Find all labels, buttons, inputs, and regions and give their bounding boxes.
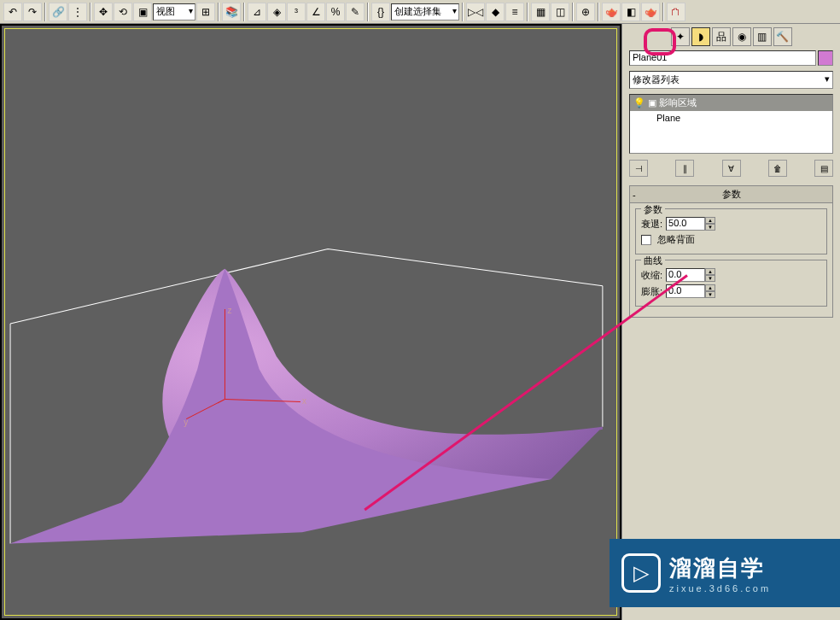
group-label: 参数 [641, 203, 665, 216]
utilities-tab-icon[interactable]: 🔨 [773, 27, 792, 46]
spinner-up-icon[interactable]: ▲ [705, 284, 715, 291]
stack-item-plane[interactable]: Plane [630, 111, 832, 125]
display-tab-icon[interactable]: ▥ [753, 27, 772, 46]
snap-toggle-icon[interactable]: ⊿ [248, 3, 266, 21]
modifier-stack[interactable]: 💡 ▣ 影响区域 Plane [629, 94, 833, 154]
rollout-header[interactable]: - 参数 [630, 186, 832, 203]
view-dropdown[interactable]: 视图 [153, 3, 195, 20]
svg-text:y: y [184, 418, 188, 427]
expand-icon: ▣ [648, 97, 656, 108]
viewport[interactable]: z y x [0, 24, 621, 620]
named-sel-icon[interactable]: {} [371, 3, 390, 21]
play-icon: ▷ [621, 553, 661, 593]
make-unique-icon[interactable]: ∀ [722, 160, 741, 177]
rotate-icon[interactable]: ⟲ [114, 3, 132, 21]
unlink-icon[interactable]: ⋮ [68, 3, 87, 21]
stack-controls: ⊣ ∥ ∀ 🗑 ▤ [629, 160, 833, 177]
spinner-up-icon[interactable]: ▲ [705, 268, 715, 275]
spinner-down-icon[interactable]: ▼ [705, 275, 715, 282]
svg-text:x: x [302, 396, 306, 406]
ignore-backface-checkbox[interactable] [641, 235, 651, 245]
quick-render-icon[interactable]: 🫖 [641, 3, 660, 21]
watermark: ▷ 溜溜自学 zixue.3d66.com [610, 539, 840, 607]
align-icon[interactable]: ◆ [486, 3, 505, 21]
reactor-icon[interactable]: ⛫ [667, 3, 685, 21]
lightbulb-icon: 💡 [633, 97, 645, 108]
stack-item-label: Plane [656, 113, 680, 123]
hierarchy-tab-icon[interactable]: 品 [712, 27, 731, 46]
render-frame-icon[interactable]: ◧ [621, 3, 640, 21]
bubble-input[interactable]: 0.0 [666, 284, 705, 298]
configure-icon[interactable]: ▤ [814, 160, 833, 177]
command-panel: ✦ ◗ 品 ◉ ▥ 🔨 Plane01 修改器列表 💡 ▣ 影响区域 Plane… [621, 24, 840, 620]
motion-tab-icon[interactable]: ◉ [732, 27, 751, 46]
pinch-input[interactable]: 0.0 [666, 268, 705, 282]
angle-snap-icon[interactable]: ◈ [267, 3, 286, 21]
main-toolbar: ↶ ↷ 🔗 ⋮ ✥ ⟲ ▣ 视图 ⊞ 📚 ⊿ ◈ ³ ∠ % ✎ {} 创建选择… [0, 0, 840, 24]
svg-text:z: z [227, 306, 231, 315]
selection-set-dropdown[interactable]: 创建选择集 [391, 3, 459, 20]
modifier-list-dropdown[interactable]: 修改器列表 [629, 71, 833, 89]
falloff-input[interactable]: 50.0 [666, 217, 705, 231]
watermark-subtitle: zixue.3d66.com [669, 583, 771, 594]
stack-item-label: 影响区域 [659, 97, 697, 109]
curve-group: 曲线 收缩: 0.0 ▲ ▼ 膨胀: [635, 260, 827, 307]
link-icon[interactable]: 🔗 [49, 3, 67, 21]
spinner-up-icon[interactable]: ▲ [705, 217, 715, 224]
create-tab-icon[interactable]: ✦ [671, 27, 690, 46]
spinner-down-icon[interactable]: ▼ [705, 224, 715, 231]
render-setup-icon[interactable]: 🫖 [602, 3, 621, 21]
schematic-icon[interactable]: ◫ [551, 3, 569, 21]
ignore-backface-label: 忽略背面 [657, 233, 695, 246]
modify-tab-icon[interactable]: ◗ [691, 27, 710, 46]
redo-icon[interactable]: ↷ [23, 3, 42, 21]
bubble-label: 膨胀: [641, 285, 662, 298]
scale-icon[interactable]: ▣ [133, 3, 152, 21]
stack-item-affect-region[interactable]: 💡 ▣ 影响区域 [630, 95, 832, 111]
show-end-icon[interactable]: ∥ [675, 160, 694, 177]
remove-mod-icon[interactable]: 🗑 [768, 160, 787, 177]
spinner-snap-icon[interactable]: ∠ [306, 3, 325, 21]
rollout-title: 参数 [722, 188, 741, 201]
manipulate-icon[interactable]: 📚 [222, 3, 241, 21]
watermark-title: 溜溜自学 [669, 553, 771, 583]
percent-icon[interactable]: % [326, 3, 345, 21]
object-color-swatch[interactable] [818, 50, 833, 66]
params-group: 参数 衰退: 50.0 ▲ ▼ 忽略背面 [635, 208, 827, 254]
undo-icon[interactable]: ↶ [3, 3, 22, 21]
group-label: 曲线 [641, 254, 665, 267]
percent-snap-icon[interactable]: ³ [287, 3, 306, 21]
pin-stack-icon[interactable]: ⊣ [629, 160, 648, 177]
falloff-label: 衰退: [641, 218, 662, 231]
snap-icon[interactable]: ⊞ [196, 3, 215, 21]
mirror-icon[interactable]: ▷◁ [466, 3, 485, 21]
move-icon[interactable]: ✥ [94, 3, 113, 21]
collapse-icon: - [633, 190, 636, 200]
object-name-input[interactable]: Plane01 [629, 50, 816, 66]
material-icon[interactable]: ⊕ [576, 3, 595, 21]
layers-icon[interactable]: ≡ [505, 3, 524, 21]
pinch-label: 收缩: [641, 269, 662, 282]
edit-icon[interactable]: ✎ [346, 3, 365, 21]
params-rollout: - 参数 参数 衰退: 50.0 ▲ ▼ [629, 185, 833, 318]
curve-editor-icon[interactable]: ▦ [531, 3, 550, 21]
spinner-down-icon[interactable]: ▼ [705, 291, 715, 298]
panel-tabs: ✦ ◗ 品 ◉ ▥ 🔨 [624, 26, 838, 48]
viewport-scene: z y x [2, 26, 620, 618]
